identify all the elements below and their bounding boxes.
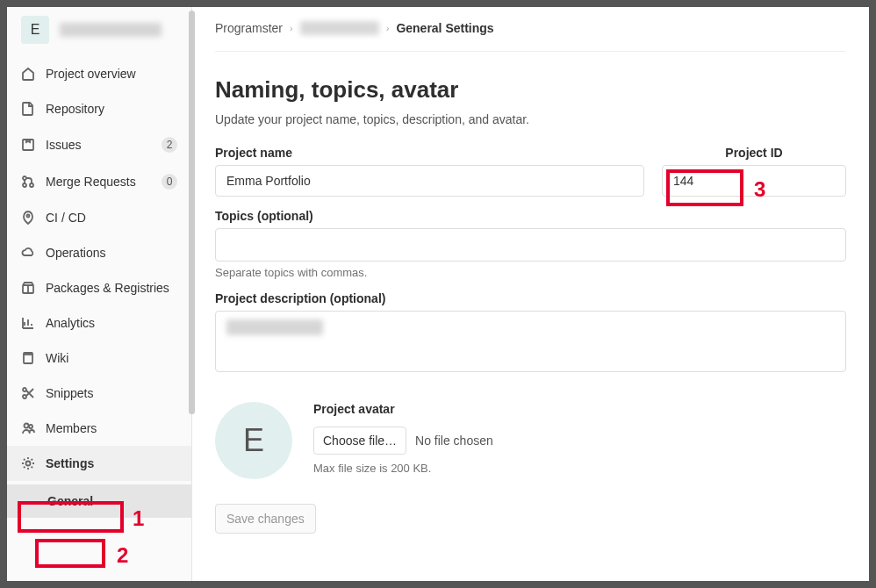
rocket-icon	[21, 211, 35, 225]
nav-analytics[interactable]: Analytics	[7, 305, 191, 341]
project-avatar-small: E	[21, 16, 49, 44]
cloud-icon	[21, 246, 35, 260]
sidebar-project-header[interactable]: E	[7, 7, 191, 53]
breadcrumb-current: General Settings	[396, 21, 493, 35]
description-label: Project description (optional)	[215, 291, 846, 305]
package-icon	[21, 281, 35, 295]
merge-icon	[21, 175, 35, 189]
topics-helper: Separate topics with commas.	[215, 266, 846, 279]
avatar-helper: Max file size is 200 KB.	[313, 462, 493, 475]
nav-label: CI / CD	[46, 211, 177, 225]
choose-file-button[interactable]: Choose file…	[313, 427, 406, 455]
nav-label: Packages & Registries	[46, 281, 177, 295]
nav-members[interactable]: Members	[7, 411, 191, 446]
home-icon	[21, 67, 35, 81]
book-icon	[21, 351, 35, 365]
nav-label: Merge Requests	[46, 175, 151, 189]
breadcrumb: Programster › › General Settings	[215, 14, 846, 52]
file-chosen-status: No file chosen	[415, 434, 493, 448]
svg-point-3	[30, 183, 33, 187]
description-redacted	[226, 319, 323, 335]
topics-input[interactable]	[215, 228, 846, 262]
scissors-icon	[21, 386, 35, 400]
nav-label: Project overview	[46, 67, 177, 81]
section-subtitle: Update your project name, topics, descri…	[215, 112, 846, 126]
nav-label: Wiki	[46, 351, 177, 365]
nav-label: Analytics	[46, 316, 177, 330]
svg-point-11	[26, 462, 31, 466]
project-name-label: Project name	[215, 146, 644, 160]
nav-label: Issues	[46, 138, 151, 152]
chevron-right-icon: ›	[290, 23, 293, 33]
project-id-input[interactable]	[662, 165, 846, 197]
nav-label: Snippets	[46, 386, 177, 400]
svg-point-8	[23, 395, 26, 398]
nav-merge-requests[interactable]: Merge Requests 0	[7, 163, 191, 200]
chart-icon	[21, 316, 35, 330]
nav-packages[interactable]: Packages & Registries	[7, 270, 191, 305]
sidebar: E Project overview Repository Issues 2 M…	[7, 7, 192, 581]
issue-icon	[21, 138, 35, 152]
topics-label: Topics (optional)	[215, 209, 846, 223]
members-icon	[21, 421, 35, 435]
nav-project-overview[interactable]: Project overview	[7, 56, 191, 91]
chevron-right-icon: ›	[386, 23, 390, 33]
subnav-general[interactable]: General	[7, 484, 191, 518]
nav-repository[interactable]: Repository	[7, 91, 191, 126]
svg-point-1	[23, 176, 26, 180]
nav-ci-cd[interactable]: CI / CD	[7, 200, 191, 235]
nav-operations[interactable]: Operations	[7, 235, 191, 270]
nav-settings[interactable]: Settings	[7, 446, 191, 481]
mr-badge: 0	[162, 174, 177, 190]
settings-subnav: General	[7, 484, 191, 518]
section-title: Naming, topics, avatar	[215, 76, 846, 104]
nav-label: Settings	[46, 456, 177, 470]
svg-point-7	[23, 388, 26, 391]
description-input[interactable]	[215, 311, 846, 372]
nav-label: Members	[46, 421, 177, 435]
file-icon	[21, 102, 35, 116]
gear-icon	[21, 456, 35, 470]
project-name-redacted	[60, 23, 162, 37]
nav-label: Repository	[46, 102, 177, 116]
nav-snippets[interactable]: Snippets	[7, 376, 191, 411]
svg-point-10	[29, 425, 32, 428]
breadcrumb-redacted	[300, 21, 379, 35]
project-name-input[interactable]	[215, 165, 644, 197]
nav-label: Operations	[46, 246, 177, 260]
naming-section: Naming, topics, avatar Update your proje…	[215, 52, 846, 534]
sidebar-nav: Project overview Repository Issues 2 Mer…	[7, 53, 191, 484]
svg-point-2	[23, 183, 26, 187]
project-id-label: Project ID	[662, 146, 846, 160]
issues-badge: 2	[162, 137, 177, 153]
svg-point-4	[27, 215, 30, 218]
nav-wiki[interactable]: Wiki	[7, 341, 191, 376]
main-content: Programster › › General Settings Naming,…	[192, 7, 869, 581]
project-avatar-large: E	[215, 402, 292, 479]
save-changes-button[interactable]: Save changes	[215, 504, 316, 534]
breadcrumb-root[interactable]: Programster	[215, 21, 283, 35]
svg-point-9	[25, 424, 29, 428]
nav-issues[interactable]: Issues 2	[7, 126, 191, 163]
avatar-title: Project avatar	[313, 402, 493, 416]
